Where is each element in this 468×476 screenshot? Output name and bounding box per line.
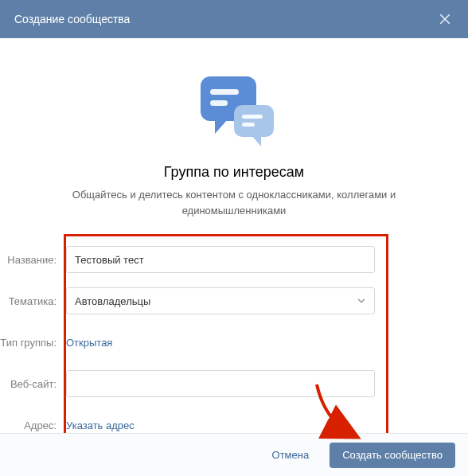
row-group-type: Тип группы: Открытая	[66, 329, 375, 356]
label-topic: Тематика:	[0, 295, 66, 307]
close-icon[interactable]	[436, 10, 454, 28]
label-name: Название:	[0, 254, 66, 266]
page-subheading: Общайтесь и делитесь контентом с однокла…	[32, 187, 436, 218]
group-type-link[interactable]: Открытая	[66, 337, 112, 349]
create-community-button[interactable]: Создать сообщество	[330, 443, 455, 468]
row-website: Веб-сайт:	[66, 370, 375, 397]
modal-title: Создание сообщества	[14, 13, 130, 25]
modal-footer: Отмена Создать сообщество	[0, 433, 468, 476]
row-topic: Тематика:	[66, 287, 375, 314]
address-link[interactable]: Указать адрес	[66, 419, 135, 431]
website-input[interactable]	[66, 370, 375, 397]
row-name: Название:	[66, 246, 375, 273]
label-website: Веб-сайт:	[0, 378, 66, 390]
name-input[interactable]	[66, 246, 375, 273]
page-heading: Группа по интересам	[32, 164, 436, 181]
cancel-button[interactable]: Отмена	[259, 443, 322, 468]
svg-rect-7	[242, 123, 255, 127]
svg-rect-6	[242, 115, 263, 119]
chat-bubbles-illustration	[186, 70, 282, 150]
modal-header: Создание сообщества	[0, 0, 468, 38]
label-group-type: Тип группы:	[0, 337, 66, 349]
form-area: Название: Тематика: Тип группы:	[64, 234, 388, 457]
topic-select[interactable]	[66, 287, 375, 314]
svg-rect-4	[210, 100, 228, 106]
svg-rect-5	[234, 105, 274, 137]
label-address: Адрес:	[0, 419, 66, 431]
svg-rect-3	[210, 89, 239, 95]
modal-body: Группа по интересам Общайтесь и делитесь…	[0, 38, 468, 457]
